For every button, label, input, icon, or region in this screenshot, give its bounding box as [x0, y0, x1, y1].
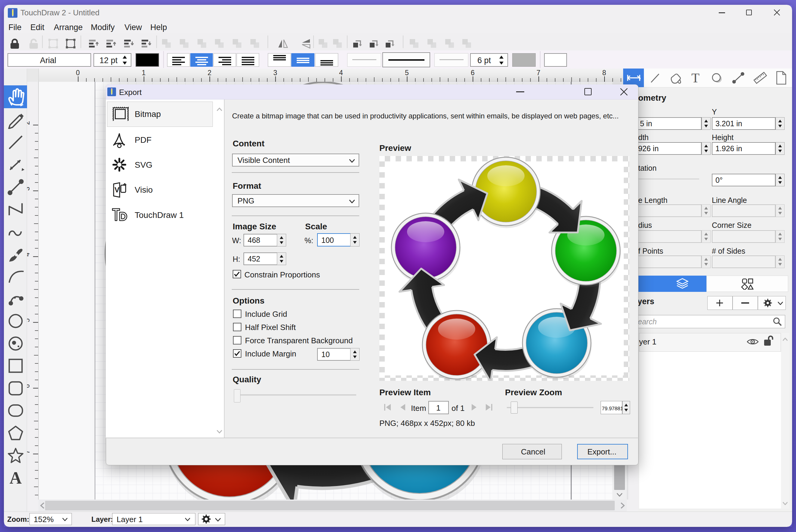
svg-text:5: 5 — [405, 69, 409, 77]
svg-text:4: 4 — [339, 69, 343, 77]
svg-text:A: A — [10, 469, 22, 487]
svg-text:V: V — [115, 186, 119, 194]
svg-text:8: 8 — [602, 69, 606, 77]
svg-text:7: 7 — [536, 69, 541, 77]
svg-text:3: 3 — [273, 69, 277, 77]
svg-text:6: 6 — [471, 69, 475, 77]
svg-text:0: 0 — [76, 69, 80, 77]
svg-text:1: 1 — [142, 69, 146, 77]
svg-text:2: 2 — [207, 69, 211, 77]
